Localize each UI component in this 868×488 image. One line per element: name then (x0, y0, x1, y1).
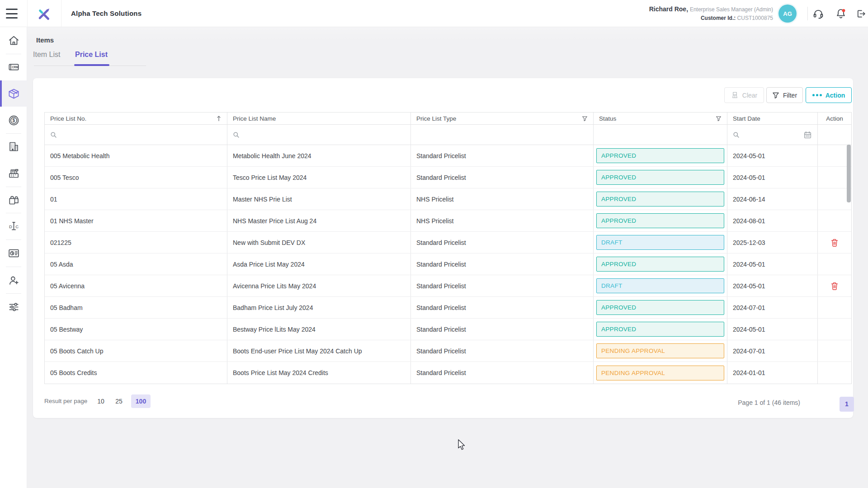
cell-price-list-type: Standard Pricelist (411, 340, 594, 361)
table-row[interactable]: 021225 New with Submit DEV DX Standard P… (45, 232, 851, 253)
sidebar-item-debit-credit[interactable]: D C (0, 215, 27, 237)
cell-price-list-name: Master NHS Prie List (227, 188, 411, 210)
cell-status: APPROVED (594, 253, 727, 275)
table-row[interactable]: 005 Tesco Tesco Price List May 2024 Stan… (45, 167, 851, 188)
cell-start-date: 2024-05-01 (727, 319, 818, 340)
column-header-price-list-type[interactable]: Price List Type (411, 113, 594, 124)
page-size-option-10[interactable]: 10 (94, 394, 108, 408)
cell-price-list-type: Standard Pricelist (411, 297, 594, 318)
cell-action (818, 145, 851, 166)
page-number-button[interactable]: 1 (840, 397, 854, 412)
table-row[interactable]: 05 Bestway Bestway Price lLits May 2024 … (45, 319, 851, 340)
delete-row-button[interactable] (830, 238, 839, 247)
notification-dot (842, 9, 845, 12)
sidebar-item-add-user[interactable] (0, 269, 27, 291)
column-filter-icon[interactable] (716, 116, 722, 122)
cell-status: APPROVED (594, 167, 727, 188)
sidebar-item-organization[interactable] (0, 136, 27, 157)
sidebar-item-home[interactable] (0, 29, 27, 51)
notification-bell-icon[interactable] (835, 8, 847, 19)
sidebar-item-crm[interactable]: CRM (0, 56, 27, 78)
table-row[interactable]: 05 Boots Credits Boots Price List May 20… (45, 362, 851, 384)
cell-status: DRAFT (594, 232, 727, 253)
sidebar-item-purchases[interactable] (0, 189, 27, 211)
table-row[interactable]: 005 Metabolic Health Metabolic Health Ju… (45, 145, 851, 167)
filter-input-price-list-name[interactable] (227, 125, 411, 145)
table-row[interactable]: 05 Boots Catch Up Boots End-user Price L… (45, 340, 851, 362)
cell-price-list-type: Standard Pricelist (411, 362, 594, 384)
cell-start-date: 2024-07-01 (727, 340, 818, 361)
table-row[interactable]: 05 Avicenna Avicenna Price Lits May 2024… (45, 275, 851, 297)
sidebar-divider (6, 213, 21, 213)
filter-button-label: Filter (783, 92, 797, 99)
table-scrollbar-thumb[interactable] (847, 145, 851, 202)
products-box-icon (8, 88, 20, 100)
cell-start-date: 2025-12-03 (727, 232, 818, 253)
column-header-price-list-name[interactable]: Price List Name (227, 113, 411, 124)
filter-input-price-list-type[interactable] (411, 125, 594, 145)
cell-price-list-type: NHS Pricelist (411, 188, 594, 210)
filter-funnel-icon (772, 92, 779, 99)
sidebar-item-pos[interactable] (0, 162, 27, 184)
cell-status: APPROVED (594, 319, 727, 340)
page-title: Items (36, 36, 54, 44)
add-user-icon (8, 274, 20, 286)
column-header-price-list-no[interactable]: Price List No. (45, 113, 227, 124)
sidebar-item-settings[interactable] (0, 296, 27, 318)
cell-price-list-no: 05 Bestway (45, 319, 227, 340)
table-row[interactable]: 05 Asda Asda Price List May 2024 Standar… (45, 253, 851, 275)
cell-price-list-no: 05 Asda (45, 253, 227, 275)
hamburger-menu-icon[interactable] (6, 9, 18, 19)
cell-status: APPROVED (594, 297, 727, 318)
organization-building-icon (8, 141, 20, 153)
cell-status: PENDING APPROVAL (594, 362, 727, 384)
cell-action (818, 232, 851, 253)
tab-price-list[interactable]: Price List (75, 51, 108, 59)
sidebar-item-reports[interactable] (0, 242, 27, 264)
column-header-start-date[interactable]: Start Date (727, 113, 818, 124)
page-size-option-25[interactable]: 25 (112, 394, 126, 408)
column-label: Price List No. (50, 115, 86, 122)
filter-input-status[interactable] (594, 125, 727, 145)
tab-item-list[interactable]: Item List (33, 51, 60, 59)
sidebar-item-products[interactable] (0, 83, 27, 104)
trash-icon (831, 282, 838, 290)
debit-credit-scales-icon: D C (8, 220, 20, 232)
cell-price-list-no: 05 Badham (45, 297, 227, 318)
cell-price-list-no: 021225 (45, 232, 227, 253)
delete-row-button[interactable] (830, 282, 839, 291)
pricing-coin-icon: $ (8, 114, 20, 127)
status-badge: APPROVED (596, 192, 724, 206)
action-button[interactable]: Action (806, 87, 852, 103)
logout-icon[interactable] (856, 9, 866, 19)
filter-button[interactable]: Filter (766, 87, 803, 103)
table-row[interactable]: 01 Master NHS Prie List NHS Pricelist AP… (45, 188, 851, 210)
cell-status: APPROVED (594, 188, 727, 210)
filter-input-start-date[interactable] (727, 125, 818, 145)
table-row[interactable]: 01 NHS Master NHS Master Price List Aug … (45, 210, 851, 232)
clear-button-label: Clear (742, 92, 757, 99)
column-filter-icon[interactable] (582, 116, 588, 122)
cell-action (818, 253, 851, 275)
table-header-row: Price List No. Price List Name Price Lis… (45, 113, 851, 125)
filter-input-price-list-no[interactable] (45, 125, 227, 145)
cell-start-date: 2024-06-14 (727, 188, 818, 210)
clear-button[interactable]: Clear (724, 87, 764, 103)
table-row[interactable]: 05 Badham Badham Price List July 2024 St… (45, 297, 851, 319)
svg-text:C: C (15, 224, 19, 229)
column-header-status[interactable]: Status (594, 113, 727, 124)
brand-logo[interactable] (27, 0, 61, 27)
user-info[interactable]: Richard Roe, Enterprise Sales Manager (A… (649, 5, 773, 23)
avatar[interactable]: AG (778, 5, 797, 23)
trash-icon (831, 239, 838, 247)
purchases-bags-icon (8, 194, 20, 206)
headset-support-icon[interactable] (812, 8, 824, 19)
svg-text:CRM: CRM (12, 65, 18, 68)
page-size-option-100-selected[interactable]: 100 (131, 394, 151, 408)
sort-ascending-icon[interactable] (216, 115, 222, 122)
status-badge: APPROVED (596, 213, 724, 228)
customer-id-label: Customer Id.: (701, 15, 736, 21)
calendar-icon[interactable] (803, 131, 812, 139)
column-label: Status (599, 115, 616, 122)
sidebar-item-pricing[interactable]: $ (0, 109, 27, 131)
